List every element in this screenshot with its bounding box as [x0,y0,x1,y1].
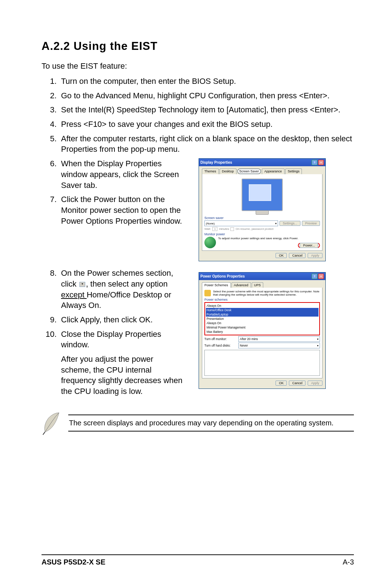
note-text: The screen displays and procedures may v… [68,415,354,432]
ok-button: OK [276,253,287,258]
wait-unit: minutes [219,227,229,231]
turn-off-monitor-value: After 20 mins [240,337,258,341]
footer-product: ASUS P5SD2-X SE [42,558,105,566]
footer-page-number: A-3 [343,558,354,566]
display-properties-title: Display Properties [200,160,232,164]
step-6: When the Display Properties window appea… [59,158,184,190]
turn-off-hdd-select: Never▾ [238,343,320,348]
dropdown-arrow-icon: ▾ [79,282,85,287]
screen-saver-label: Screen saver [204,216,320,220]
note-block: The screen displays and procedures may v… [42,411,354,436]
step-10-text: Close the Display Properties window. [61,330,161,349]
steps-list-bottom: On the Power schemes section, click ▾, t… [42,268,184,397]
blank-area [204,350,320,376]
step-2: Go to the Advanced Menu, highlight CPU C… [59,90,354,101]
chevron-down-icon: ▾ [275,222,277,225]
step-4: Press <F10> to save your changes and exi… [59,119,354,130]
svg-line-0 [43,432,45,435]
scheme-item-selected: Home/Office Desk [206,308,318,312]
turn-off-hdd-label: Turn off hard disks: [204,344,236,347]
help-icon: ? [312,274,317,279]
step-8: On the Power schemes section, click ▾, t… [59,268,184,311]
tab-ups: UPS [252,282,264,288]
energy-star-icon [204,237,216,248]
tab-settings: Settings [285,168,302,174]
scheme-item: Always On [206,321,318,325]
power-schemes-label: Power schemes [204,298,320,301]
tab-appearance: Appearance [262,168,285,174]
ok-button: OK [276,381,287,386]
help-icon: ? [312,160,317,165]
step-7: Click the Power button on the Monitor po… [59,194,184,226]
wait-label: Wait: [204,227,211,231]
steps-list-top: Turn on the computer, then enter the BIO… [42,76,354,155]
preview-button: Preview [302,221,320,226]
power-scheme-desc: Select the power scheme with the most ap… [213,290,320,296]
apply-button: Apply [308,381,322,386]
display-tabs: Themes Desktop Screen Saver Appearance S… [202,168,322,174]
scheme-item: Portable/Laptop [206,312,318,317]
power-scheme-icon [204,290,211,296]
scheme-item: Presentation [206,317,318,321]
screen-saver-value: (None) [206,222,214,225]
feather-pen-icon [42,411,62,436]
cancel-button: Cancel [289,253,306,258]
chevron-down-icon: ▾ [317,338,318,341]
monitor-preview [204,176,320,215]
turn-off-monitor-label: Turn off monitor: [204,337,236,341]
wait-value: 1 [212,227,217,231]
turn-off-hdd-value: Never [240,344,248,347]
settings-button: Settings... [280,221,300,226]
apply-button: Apply [308,253,322,258]
power-options-title: Power Options Properties [200,274,245,278]
power-button: Power... [300,243,318,248]
section-heading: A.2.2 Using the EIST [42,40,354,53]
close-icon: × [318,160,324,165]
scheme-item: Max Battery [206,330,318,334]
after-adjust-note: After you adjust the power scheme, the C… [61,354,184,397]
resume-checkbox-label: On resume, password protect [235,227,273,231]
close-icon: × [318,274,324,279]
cancel-button: Cancel [289,381,306,386]
step-8-except: except [61,290,87,299]
power-schemes-listbox: Always On Home/Office Desk Portable/Lapt… [204,302,320,335]
step-5: After the computer restarts, right click… [59,133,354,155]
chevron-down-icon: ▾ [317,344,318,347]
step-9: Click Apply, then click OK. [59,314,184,325]
tab-screen-saver: Screen Saver [237,168,261,174]
page-footer: ASUS P5SD2-X SE A-3 [42,554,354,566]
steps-list-mid: When the Display Properties window appea… [42,158,184,226]
monitor-power-label: Monitor power [204,232,320,236]
tab-advanced: Advanced [231,282,251,288]
tab-desktop: Desktop [220,168,237,174]
scheme-item: Minimal Power Management [206,325,318,330]
step-1: Turn on the computer, then enter the BIO… [59,76,354,87]
monitor-power-desc: To adjust monitor power settings and sav… [218,237,320,240]
power-options-window: Power Options Properties ? × Power Schem… [199,272,326,389]
screen-saver-select: (None)▾ [204,220,278,226]
intro-text: To use the EIST feature: [42,61,354,71]
step-3: Set the Intel(R) SpeedStep Technology it… [59,104,354,115]
step-10: Close the Display Properties window. Aft… [59,329,184,397]
display-properties-window: Display Properties ? × Themes Desktop Sc… [199,158,326,261]
tab-power-schemes: Power Schemes [202,282,231,288]
tab-themes: Themes [202,168,219,174]
scheme-item: Always On [206,304,318,308]
turn-off-monitor-select: After 20 mins▾ [238,336,320,342]
step-8-post: , then select any option [86,279,168,288]
